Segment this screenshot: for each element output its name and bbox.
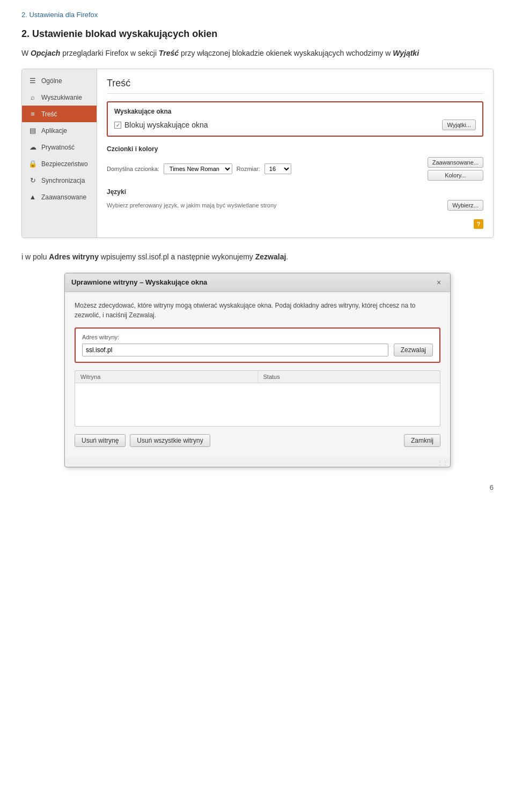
block-popups-checkbox[interactable]: ✓ [114, 122, 121, 129]
lang-row: Wybierz preferowany język, w jakim mają … [107, 200, 483, 211]
col-status: Status [258, 371, 440, 383]
usun-wszystkie-button[interactable]: Usuń wszystkie witryny [130, 434, 210, 447]
wyjatki-button[interactable]: Wyjątki... [442, 120, 476, 130]
firefox-settings-ui: ☰ Ogólne ⌕ Wyszukiwanie ≡ Treść ▤ Aplika… [21, 69, 494, 238]
popup-row-left: ✓ Blokuj wyskakujące okna [114, 121, 208, 129]
sidebar-item-bezpieczenstwo-label: Bezpieczeństwo [41, 160, 88, 168]
para2-text: i w polu Adres witryny wpisujemy ssl.iso… [21, 251, 494, 263]
font-size-select[interactable]: 16 [264, 163, 291, 174]
table-body [75, 383, 440, 426]
sidebar-item-wyszukiwanie-label: Wyszukiwanie [41, 94, 82, 101]
dialog-close-button[interactable]: × [434, 278, 444, 287]
address-label: Adres witryny: [82, 334, 433, 340]
dialog-footer: Usuń witrynę Usuń wszystkie witryny Zamk… [75, 434, 440, 449]
sidebar-item-tresc[interactable]: ≡ Treść [22, 106, 97, 122]
synchronizacja-icon: ↻ [28, 176, 37, 184]
zaawansowane-icon: ▲ [28, 193, 37, 201]
sites-table: Witryna Status [75, 370, 440, 427]
zaawansowane-button[interactable]: Zaawansowane... [428, 157, 483, 168]
zamknij-button[interactable]: Zamknij [404, 434, 440, 447]
size-label: Rozmiar: [237, 166, 260, 172]
intro-opcjach: Opcjach [31, 49, 60, 57]
para2-suffix: . [286, 252, 288, 261]
fonts-section: Czcionki i kolory Domyślna czcionka: Tim… [107, 145, 483, 181]
sidebar-item-synchronizacja-label: Synchronizacja [41, 177, 85, 184]
dialog-description: Możesz zdecydować, które witryny mogą ot… [75, 301, 440, 320]
popup-row: ✓ Blokuj wyskakujące okna Wyjątki... [114, 120, 476, 130]
sidebar-item-prywatnosc[interactable]: ☁ Prywatność [22, 139, 97, 155]
firefox-content-area: Treść Wyskakujące okna ✓ Blokuj wyskakuj… [97, 69, 493, 237]
lang-section: Języki Wybierz preferowany język, w jaki… [107, 188, 483, 211]
sidebar-item-aplikacje-label: Aplikacje [41, 127, 67, 135]
usun-witryne-button[interactable]: Usuń witrynę [75, 434, 126, 447]
address-row: Zezwalaj [82, 344, 433, 356]
address-input[interactable] [82, 344, 388, 356]
table-header: Witryna Status [75, 371, 440, 383]
default-font-label: Domyślna czcionka: [107, 166, 159, 172]
lang-desc: Wybierz preferowany język, w jakim mają … [107, 202, 277, 208]
font-select[interactable]: Times New Roman [164, 163, 232, 174]
help-button[interactable]: ? [474, 219, 483, 229]
kolory-button[interactable]: Kolory... [428, 170, 483, 181]
sidebar-item-wyszukiwanie[interactable]: ⌕ Wyszukiwanie [22, 89, 97, 106]
popup-box: Wyskakujące okna ✓ Blokuj wyskakujące ok… [107, 101, 483, 137]
resize-handle[interactable]: ⋮⋮ [65, 458, 450, 467]
sidebar-item-bezpieczenstwo[interactable]: 🔒 Bezpieczeństwo [22, 155, 97, 172]
dialog-title: Uprawnione witryny – Wyskakujące okna [71, 278, 207, 286]
intro-text: W Opcjach przeglądarki Firefox w sekcji … [21, 47, 494, 59]
intro-prefix: W [21, 49, 31, 57]
firefox-sidebar: ☰ Ogólne ⌕ Wyszukiwanie ≡ Treść ▤ Aplika… [22, 69, 97, 237]
para2-adres: Adres witryny [49, 252, 99, 261]
dialog-body: Możesz zdecydować, które witryny mogą ot… [65, 292, 450, 458]
para2-zezwalaj: Zezwalaj [255, 252, 286, 261]
col-witryna: Witryna [75, 371, 258, 383]
ogolne-icon: ☰ [28, 77, 37, 85]
aplikacje-icon: ▤ [28, 126, 37, 135]
prywatnosc-icon: ☁ [28, 143, 37, 151]
sidebar-item-zaawansowane[interactable]: ▲ Zaawansowane [22, 189, 97, 205]
para2-middle: wpisujemy ssl.isof.pl a następnie wykonu… [99, 252, 255, 261]
fonts-row: Domyślna czcionka: Times New Roman Rozmi… [107, 157, 483, 181]
sidebar-item-ogolne[interactable]: ☰ Ogólne [22, 72, 97, 89]
fonts-section-title: Czcionki i kolory [107, 145, 483, 153]
sidebar-item-ogolne-label: Ogólne [41, 77, 62, 85]
para2-prefix: i w polu [21, 252, 49, 261]
block-popups-label: Blokuj wyskakujące okna [124, 121, 208, 129]
page-number: 6 [21, 483, 494, 491]
sidebar-item-aplikacje[interactable]: ▤ Aplikacje [22, 122, 97, 139]
fonts-row-right: Zaawansowane... Kolory... [428, 157, 483, 181]
dialog-footer-left: Usuń witrynę Usuń wszystkie witryny [75, 434, 210, 447]
address-section: Adres witryny: Zezwalaj [75, 327, 440, 363]
intro-middle: przeglądarki Firefox w sekcji [60, 49, 159, 57]
lang-section-title: Języki [107, 188, 483, 196]
dialog-titlebar: Uprawnione witryny – Wyskakujące okna × [65, 273, 450, 292]
content-title: Treść [107, 78, 483, 94]
intro-wyjatki: Wyjątki [393, 49, 419, 57]
sidebar-item-prywatnosc-label: Prywatność [41, 144, 75, 151]
zezwalaj-button[interactable]: Zezwalaj [394, 344, 433, 356]
allowed-sites-dialog: Uprawnione witryny – Wyskakujące okna × … [64, 273, 451, 467]
section-title: 2. Ustawienie blokad wyskakujących okien [21, 28, 494, 40]
sidebar-item-zaawansowane-label: Zaawansowane [41, 193, 86, 201]
sidebar-item-tresc-label: Treść [41, 110, 57, 118]
wybierz-button[interactable]: Wybierz... [447, 200, 483, 211]
fonts-row-left: Domyślna czcionka: Times New Roman Rozmi… [107, 163, 291, 174]
intro-tresc: Treść [159, 49, 179, 57]
intro-suffix: przy włączonej blokadzie okienek wyskaku… [179, 49, 393, 57]
breadcrumb: 2. Ustawienia dla Firefox [21, 11, 494, 19]
popup-windows-section: Wyskakujące okna ✓ Blokuj wyskakujące ok… [107, 101, 483, 137]
sidebar-item-synchronizacja[interactable]: ↻ Synchronizacja [22, 172, 97, 189]
wyszukiwanie-icon: ⌕ [28, 93, 37, 101]
popup-box-header: Wyskakujące okna [114, 108, 476, 115]
bezpieczenstwo-icon: 🔒 [28, 160, 37, 168]
tresc-icon: ≡ [28, 110, 37, 118]
